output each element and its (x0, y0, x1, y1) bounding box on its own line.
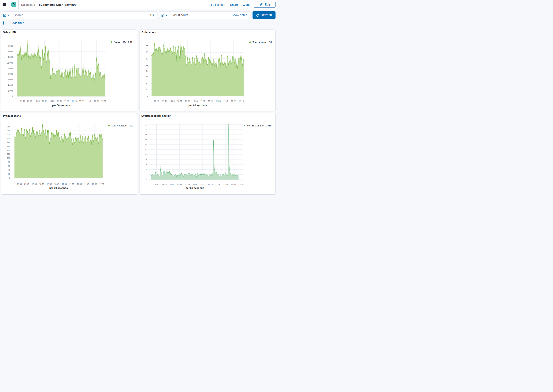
svg-text:12:15: 12:15 (239, 100, 244, 102)
svg-text:12:00: 12:00 (231, 100, 236, 102)
svg-text:16: 16 (145, 139, 147, 141)
svg-text:20: 20 (146, 83, 148, 85)
svg-text:11:30: 11:30 (77, 183, 82, 185)
svg-text:80: 80 (146, 45, 148, 47)
svg-text:10:15: 10:15 (39, 183, 44, 185)
svg-text:40: 40 (146, 70, 148, 72)
svg-text:120: 120 (7, 153, 10, 155)
svg-text:260: 260 (7, 126, 10, 128)
svg-text:10:45: 10:45 (57, 100, 62, 102)
svg-text:10: 10 (146, 89, 148, 91)
svg-text:20: 20 (8, 173, 10, 175)
svg-text:11:00: 11:00 (200, 100, 205, 102)
svg-text:12:00: 12:00 (92, 183, 97, 185)
svg-text:09:45: 09:45 (162, 100, 167, 102)
svg-text:8,000: 8,000 (8, 73, 13, 75)
svg-text:60: 60 (146, 58, 148, 60)
svg-text:10:45: 10:45 (192, 183, 197, 186)
svg-text:160: 160 (7, 146, 10, 148)
svg-text:11:45: 11:45 (223, 183, 228, 186)
svg-text:100: 100 (7, 157, 10, 159)
svg-text:70: 70 (146, 51, 148, 54)
svg-text:12:15: 12:15 (238, 183, 244, 186)
svg-text:09:30: 09:30 (17, 183, 22, 185)
svg-text:09:30: 09:30 (154, 100, 159, 102)
svg-text:10,000: 10,000 (7, 67, 13, 70)
svg-text:30: 30 (146, 76, 148, 78)
svg-text:40: 40 (8, 169, 10, 171)
svg-text:per 60 seconds: per 60 seconds (49, 187, 68, 189)
svg-text:0: 0 (147, 95, 148, 97)
svg-text:6: 6 (146, 163, 147, 166)
svg-text:4,000: 4,000 (8, 84, 13, 86)
svg-text:09:45: 09:45 (24, 183, 29, 185)
svg-text:10:00: 10:00 (169, 183, 175, 186)
svg-text:50: 50 (146, 64, 148, 66)
svg-text:11:15: 11:15 (71, 100, 77, 102)
svg-text:4: 4 (146, 168, 147, 171)
svg-text:12,000: 12,000 (7, 62, 13, 64)
svg-text:10: 10 (145, 154, 147, 156)
svg-text:6,000: 6,000 (8, 78, 13, 81)
svg-text:10:15: 10:15 (177, 183, 182, 186)
svg-text:10:00: 10:00 (32, 183, 37, 185)
svg-text:10:45: 10:45 (54, 183, 59, 185)
svg-text:09:30: 09:30 (20, 100, 25, 102)
svg-text:200: 200 (7, 138, 10, 140)
svg-text:10:30: 10:30 (184, 183, 190, 186)
svg-text:09:30: 09:30 (154, 183, 159, 186)
svg-text:0: 0 (146, 179, 147, 181)
svg-text:11:45: 11:45 (223, 100, 228, 102)
svg-text:0: 0 (12, 95, 13, 98)
svg-text:10:30: 10:30 (185, 100, 190, 102)
svg-text:11:30: 11:30 (79, 100, 84, 102)
svg-text:20: 20 (145, 129, 147, 131)
svg-text:11:00: 11:00 (62, 183, 67, 185)
svg-text:12:00: 12:00 (94, 100, 99, 102)
svg-text:8: 8 (146, 159, 147, 161)
svg-text:12: 12 (145, 149, 147, 151)
svg-text:80: 80 (8, 161, 10, 163)
svg-text:10:00: 10:00 (169, 100, 175, 102)
svg-text:220: 220 (7, 133, 10, 136)
svg-text:per 60 seconds: per 60 seconds (186, 187, 204, 189)
svg-text:11:30: 11:30 (216, 100, 221, 102)
svg-text:10:00: 10:00 (35, 100, 40, 102)
svg-text:11:45: 11:45 (86, 100, 91, 102)
svg-text:per 60 seconds: per 60 seconds (52, 104, 70, 107)
svg-text:0: 0 (9, 177, 10, 179)
svg-text:11:00: 11:00 (64, 100, 69, 102)
svg-text:11:15: 11:15 (208, 183, 213, 186)
svg-text:14,000: 14,000 (7, 56, 13, 58)
svg-text:12:00: 12:00 (231, 183, 236, 186)
svg-text:16,000: 16,000 (7, 50, 13, 53)
svg-text:10:30: 10:30 (49, 100, 55, 102)
svg-text:18: 18 (145, 133, 147, 136)
svg-text:11:15: 11:15 (69, 183, 74, 185)
svg-text:09:45: 09:45 (161, 183, 167, 186)
svg-text:2: 2 (146, 174, 147, 176)
svg-text:180: 180 (7, 141, 10, 144)
svg-text:2,000: 2,000 (8, 90, 13, 92)
svg-text:10:15: 10:15 (177, 100, 182, 102)
svg-text:22: 22 (145, 124, 147, 126)
svg-text:12:15: 12:15 (99, 183, 105, 185)
svg-text:10:30: 10:30 (47, 183, 52, 185)
svg-text:240: 240 (7, 130, 10, 132)
svg-text:10:45: 10:45 (193, 100, 198, 102)
svg-text:09:45: 09:45 (27, 100, 32, 102)
svg-text:11:00: 11:00 (200, 183, 205, 186)
svg-text:per 60 seconds: per 60 seconds (189, 104, 207, 107)
svg-text:60: 60 (8, 165, 10, 167)
svg-text:140: 140 (7, 149, 10, 152)
svg-text:14: 14 (145, 143, 147, 146)
svg-text:12:15: 12:15 (101, 100, 106, 102)
svg-text:11:45: 11:45 (84, 183, 89, 185)
svg-text:11:30: 11:30 (216, 183, 220, 186)
svg-text:10:15: 10:15 (42, 100, 47, 102)
svg-text:11:15: 11:15 (208, 100, 213, 102)
svg-text:18,000: 18,000 (7, 45, 13, 47)
